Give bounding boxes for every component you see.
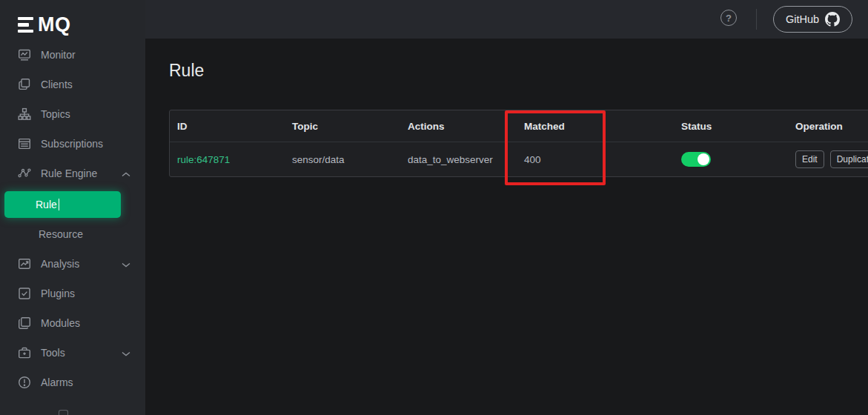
chevron-up-icon <box>122 167 130 179</box>
analysis-icon <box>18 257 31 270</box>
matched-cell: 400 <box>517 154 674 165</box>
column-header-status: Status <box>674 121 788 132</box>
sidebar: MQ Monitor Clients <box>0 0 145 415</box>
topic-cell: sensor/data <box>285 154 400 165</box>
sidebar-item-label: Modules <box>41 317 80 329</box>
sidebar-item-plugins[interactable]: Plugins <box>0 279 145 308</box>
monitor-icon <box>18 48 31 62</box>
sidebar-item-label: Monitor <box>41 49 76 61</box>
toggle-knob <box>698 153 709 165</box>
logo-text: MQ <box>38 15 71 35</box>
sidebar-item-tools[interactable]: Tools <box>0 338 145 368</box>
help-icon[interactable]: ? <box>720 10 737 26</box>
subscriptions-icon <box>18 137 31 150</box>
github-icon <box>825 12 840 27</box>
tools-icon <box>18 346 31 359</box>
sidebar-item-label: Rule <box>36 199 57 210</box>
emq-bars-icon <box>18 17 33 33</box>
topbar-divider <box>756 9 757 30</box>
column-header-topic: Topic <box>285 121 400 132</box>
sidebar-item-label: Clients <box>41 79 73 90</box>
sidebar-item-label: Analysis <box>41 258 79 270</box>
sidebar-item-clients[interactable]: Clients <box>0 70 145 99</box>
plugins-icon <box>18 287 31 300</box>
main-content: Rule ID Topic Actions Matched Status Ope… <box>145 39 868 415</box>
duplicate-button[interactable]: Duplicate <box>830 150 868 168</box>
clients-icon <box>18 78 31 91</box>
partial-next-item-icon <box>59 410 68 415</box>
chevron-down-icon <box>122 347 130 359</box>
rule-table: ID Topic Actions Matched Status Operatio… <box>169 110 868 177</box>
edit-button[interactable]: Edit <box>795 150 824 168</box>
text-cursor <box>59 199 60 210</box>
topics-icon <box>18 107 31 121</box>
actions-cell: data_to_webserver <box>400 154 517 165</box>
sidebar-item-rule[interactable]: Rule <box>4 191 121 218</box>
sidebar-item-label: Alarms <box>41 376 73 388</box>
sidebar-item-rule-engine[interactable]: Rule Engine <box>0 159 145 188</box>
sidebar-item-modules[interactable]: Modules <box>0 308 145 338</box>
modules-icon <box>18 316 31 330</box>
column-header-actions: Actions <box>400 121 517 132</box>
sidebar-item-monitor[interactable]: Monitor <box>0 40 145 70</box>
github-button[interactable]: GitHub <box>773 6 852 33</box>
column-header-matched: Matched <box>517 121 674 132</box>
sidebar-nav: Monitor Clients Topics <box>0 40 145 397</box>
sidebar-item-analysis[interactable]: Analysis <box>0 249 145 279</box>
sidebar-item-resource[interactable]: Resource <box>0 219 145 249</box>
emq-logo: MQ <box>0 0 145 39</box>
sidebar-item-label: Plugins <box>41 288 75 299</box>
page-title: Rule <box>169 61 204 81</box>
table-header-row: ID Topic Actions Matched Status Operatio… <box>170 110 868 142</box>
status-toggle[interactable] <box>681 152 711 167</box>
topbar: ? GitHub <box>145 0 868 39</box>
sidebar-item-topics[interactable]: Topics <box>0 99 145 129</box>
github-button-label: GitHub <box>786 13 819 25</box>
sidebar-item-label: Subscriptions <box>41 138 103 150</box>
rule-id-link[interactable]: rule:647871 <box>177 154 230 165</box>
alarms-icon <box>18 376 31 389</box>
sidebar-item-label: Rule Engine <box>41 167 97 179</box>
sidebar-item-label: Topics <box>41 108 70 120</box>
sidebar-item-alarms[interactable]: Alarms <box>0 368 145 397</box>
column-header-id: ID <box>170 121 285 132</box>
sidebar-item-label: Resource <box>39 228 83 240</box>
chevron-down-icon <box>122 258 130 270</box>
sidebar-item-subscriptions[interactable]: Subscriptions <box>0 129 145 159</box>
help-glyph: ? <box>726 13 732 24</box>
column-header-operation: Operation <box>788 121 868 132</box>
sidebar-item-label: Tools <box>41 347 65 359</box>
table-row: rule:647871 sensor/data data_to_webserve… <box>170 142 868 176</box>
rule-engine-icon <box>18 167 31 180</box>
